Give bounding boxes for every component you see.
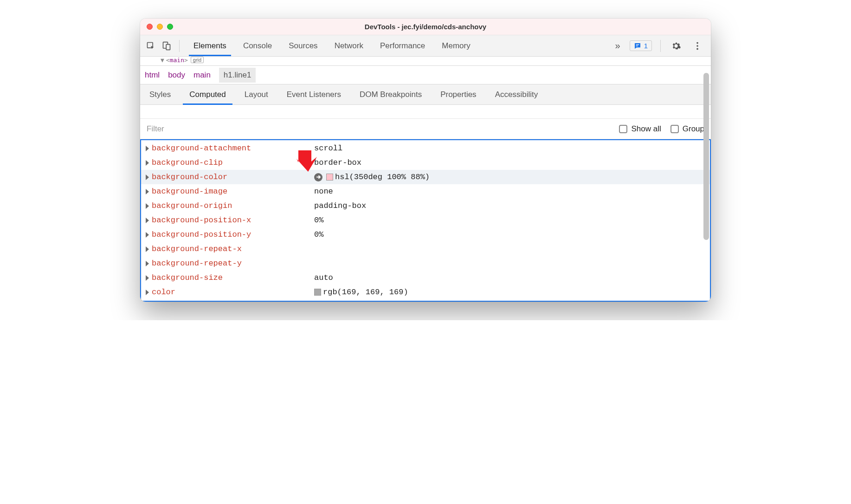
crumb-main[interactable]: main [193,71,211,80]
close-window-button[interactable] [147,24,153,30]
property-value: auto [314,273,333,282]
toolbar-separator [179,40,180,52]
property-name: background-attachment [152,144,314,153]
expand-triangle-icon[interactable] [146,203,149,209]
inspect-element-icon[interactable] [144,39,158,53]
expand-triangle-icon[interactable] [146,232,149,238]
dom-tree-strip[interactable]: ▼ <main> grid [140,57,711,66]
traffic-lights [140,24,173,30]
subtab-properties[interactable]: Properties [431,84,485,104]
computed-property-row[interactable]: background-attachmentscroll [141,141,710,155]
property-value-text: padding-box [314,201,366,210]
crumb-h1-line1[interactable]: h1.line1 [219,68,256,83]
property-name: background-position-x [152,216,314,225]
subtab-layout[interactable]: Layout [235,84,277,104]
computed-property-row[interactable]: background-position-y0% [141,227,710,242]
tab-sources[interactable]: Sources [280,35,326,56]
breadcrumb: html body main h1.line1 [140,66,711,84]
group-label: Group [683,124,704,134]
main-toolbar: Elements Console Sources Network Perform… [140,35,711,57]
subtab-computed[interactable]: Computed [180,84,235,104]
grid-badge[interactable]: grid [191,57,204,63]
property-value: scroll [314,144,342,153]
settings-gear-icon[interactable] [666,41,686,51]
devtools-window: DevTools - jec.fyi/demo/cds-anchovy Elem… [140,19,711,302]
property-value-text: 0% [314,216,323,225]
subtab-accessibility[interactable]: Accessibility [486,84,548,104]
property-name: background-origin [152,201,314,210]
computed-property-row[interactable]: background-imagenone [141,184,710,199]
subtab-dom-breakpoints[interactable]: DOM Breakpoints [350,84,431,104]
computed-property-row[interactable]: background-repeat-x [141,242,710,256]
property-name: background-clip [152,158,314,167]
computed-property-row[interactable]: background-position-x0% [141,213,710,227]
computed-properties-panel: background-attachmentscrollbackground-cl… [140,139,711,302]
property-value: 0% [314,216,323,225]
property-value: border-box [314,158,361,167]
group-checkbox[interactable]: Group [670,124,704,134]
filter-input[interactable] [147,124,619,134]
property-value: none [314,187,333,196]
issues-badge[interactable]: 1 [630,40,652,51]
property-name: background-repeat-x [152,245,314,253]
property-name: color [152,288,314,297]
expand-triangle-icon[interactable] [146,174,149,180]
color-swatch[interactable] [326,174,333,181]
subtab-event-listeners[interactable]: Event Listeners [277,84,350,104]
property-value: hsl(350deg 100% 88%) [314,173,430,181]
svg-point-6 [696,45,698,47]
svg-point-7 [696,48,698,50]
property-value-text: auto [314,273,333,282]
computed-property-row[interactable]: background-sizeauto [141,271,710,285]
expand-triangle-icon[interactable] [146,275,149,281]
checkbox-icon [670,125,679,133]
device-toggle-icon[interactable] [160,39,174,53]
scrollbar-thumb[interactable] [703,73,709,240]
svg-point-5 [696,42,698,44]
tab-network[interactable]: Network [326,35,372,56]
tab-memory[interactable]: Memory [433,35,478,56]
minimize-window-button[interactable] [157,24,163,30]
computed-property-row[interactable]: background-colorhsl(350deg 100% 88%) [141,170,710,184]
show-all-checkbox[interactable]: Show all [619,124,661,134]
more-tabs-icon[interactable]: » [611,40,625,51]
show-all-label: Show all [631,124,661,134]
panel-tabs: Elements Console Sources Network Perform… [185,35,609,56]
sidebar-tabs: Styles Computed Layout Event Listeners D… [140,84,711,105]
window-title: DevTools - jec.fyi/demo/cds-anchovy [140,23,711,31]
computed-property-row[interactable]: colorrgb(169, 169, 169) [141,285,710,299]
maximize-window-button[interactable] [167,24,173,30]
issues-count: 1 [644,42,648,50]
property-name: background-position-y [152,230,314,239]
color-swatch[interactable] [314,289,321,296]
expand-triangle-icon[interactable] [146,290,149,295]
expand-triangle-icon[interactable] [146,146,149,151]
tab-performance[interactable]: Performance [372,35,433,56]
property-value-text: hsl(350deg 100% 88%) [335,173,430,181]
crumb-body[interactable]: body [168,71,185,80]
svg-rect-3 [636,44,639,45]
filter-row: Show all Group [140,119,711,139]
property-name: background-color [152,173,314,181]
spacer [140,105,711,119]
property-value-text: border-box [314,158,361,167]
tab-console[interactable]: Console [235,35,280,56]
computed-property-row[interactable]: background-clipborder-box [141,155,710,170]
expand-triangle-icon[interactable] [146,261,149,266]
svg-rect-4 [636,45,638,46]
property-value-text: scroll [314,144,342,153]
computed-property-row[interactable]: background-originpadding-box [141,199,710,213]
expand-triangle-icon[interactable] [146,160,149,166]
expand-triangle-icon[interactable] [146,218,149,223]
property-name: background-repeat-y [152,259,314,268]
computed-property-row[interactable]: background-repeat-y [141,256,710,271]
tab-elements[interactable]: Elements [185,35,235,56]
more-menu-icon[interactable] [688,41,707,51]
expand-triangle-icon[interactable] [146,189,149,194]
crumb-html[interactable]: html [145,71,160,80]
property-value: 0% [314,230,323,239]
expand-triangle-icon[interactable] [146,246,149,252]
subtab-styles[interactable]: Styles [140,84,180,104]
property-name: background-image [152,187,314,196]
goto-source-icon[interactable] [314,173,322,181]
